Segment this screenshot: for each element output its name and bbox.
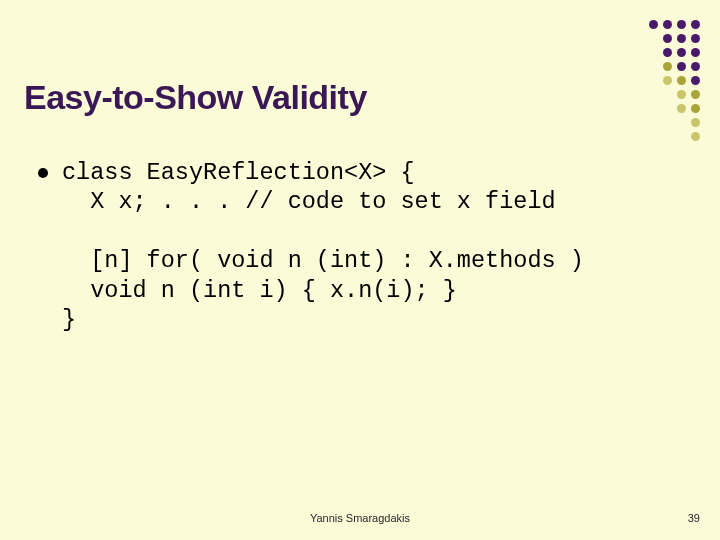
dot-icon bbox=[691, 20, 700, 29]
dot-row bbox=[649, 132, 700, 141]
dot-icon bbox=[663, 20, 672, 29]
dot-icon bbox=[677, 90, 686, 99]
dot-icon bbox=[691, 118, 700, 127]
dot-row bbox=[649, 62, 700, 71]
dot-row bbox=[649, 34, 700, 43]
dot-row bbox=[649, 48, 700, 57]
dot-icon bbox=[663, 48, 672, 57]
dot-row bbox=[649, 118, 700, 127]
dot-icon bbox=[691, 132, 700, 141]
dot-row bbox=[649, 76, 700, 85]
dot-row bbox=[649, 20, 700, 29]
dot-icon bbox=[691, 48, 700, 57]
dot-icon bbox=[677, 48, 686, 57]
dot-icon bbox=[663, 76, 672, 85]
slide-body: class EasyReflection<X> { X x; . . . // … bbox=[38, 158, 690, 334]
dot-icon bbox=[691, 104, 700, 113]
dot-row bbox=[649, 104, 700, 113]
dot-icon bbox=[677, 62, 686, 71]
bullet-icon bbox=[38, 168, 48, 178]
dot-icon bbox=[691, 34, 700, 43]
dot-row bbox=[649, 90, 700, 99]
dot-icon bbox=[663, 62, 672, 71]
dot-icon bbox=[649, 20, 658, 29]
dot-icon bbox=[677, 76, 686, 85]
dot-icon bbox=[691, 90, 700, 99]
dot-icon bbox=[677, 20, 686, 29]
bullet-item: class EasyReflection<X> { X x; . . . // … bbox=[38, 158, 690, 334]
dot-icon bbox=[691, 62, 700, 71]
footer-author: Yannis Smaragdakis bbox=[0, 512, 720, 524]
corner-decoration bbox=[649, 20, 700, 141]
slide-title: Easy-to-Show Validity bbox=[24, 78, 367, 117]
dot-icon bbox=[677, 104, 686, 113]
code-block: class EasyReflection<X> { X x; . . . // … bbox=[62, 158, 584, 334]
dot-icon bbox=[677, 34, 686, 43]
dot-icon bbox=[691, 76, 700, 85]
footer-page-number: 39 bbox=[688, 512, 700, 524]
dot-icon bbox=[663, 34, 672, 43]
